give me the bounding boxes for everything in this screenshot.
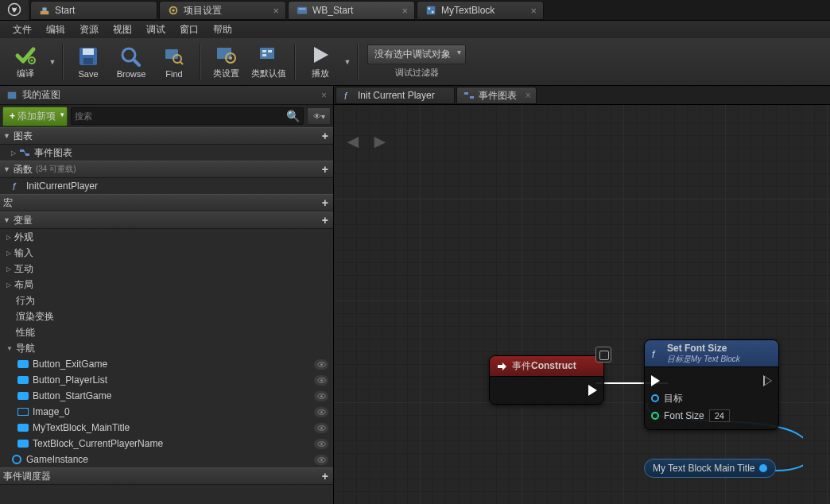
menu-file[interactable]: 文件	[6, 21, 38, 38]
graph-tab-init[interactable]: f Init Current Player	[335, 87, 455, 104]
class-defaults-button[interactable]: 类默认值	[248, 41, 289, 83]
tab-project-settings[interactable]: 项目设置 ×	[159, 1, 286, 20]
row-event-graph[interactable]: ▷ 事件图表	[0, 145, 333, 161]
svg-point-46	[320, 427, 323, 429]
node-var-mytextblock-maintitle[interactable]: My Text Block Main Title	[644, 459, 776, 478]
row-var-image0[interactable]: Image_0	[0, 404, 333, 420]
section-variables[interactable]: ▼变量+	[0, 211, 333, 229]
node-set-font-size[interactable]: f Set Font Size 目标是My Text Block 目标	[644, 339, 779, 430]
add-icon[interactable]: +	[322, 163, 328, 176]
close-icon[interactable]: ×	[401, 5, 408, 17]
svg-point-50	[13, 456, 21, 463]
close-icon[interactable]: ×	[530, 5, 537, 17]
menu-view[interactable]: 视图	[107, 21, 138, 38]
menu-help[interactable]: 帮助	[207, 21, 239, 38]
node-header: 事件Construct	[490, 356, 603, 377]
fontsize-value-input[interactable]: 24	[709, 409, 730, 422]
svg-rect-47	[17, 440, 29, 448]
exec-in-pin[interactable]	[651, 375, 660, 386]
search-input[interactable]	[75, 111, 286, 121]
row-cat-behavior[interactable]: 行为	[0, 293, 333, 308]
menu-asset[interactable]: 资源	[73, 21, 105, 38]
save-button[interactable]: Save	[68, 41, 109, 83]
tab-level-start[interactable]: Start	[30, 1, 157, 20]
svg-point-22	[229, 56, 232, 60]
add-icon[interactable]: +	[322, 470, 328, 483]
row-cat-appearance[interactable]: ▷外观	[0, 229, 333, 245]
svg-rect-44	[17, 424, 29, 432]
row-var-button-playerlist[interactable]: Button_PlayerList	[0, 372, 333, 388]
pin-label: 目标	[664, 392, 683, 405]
row-cat-render[interactable]: 渲染变换	[0, 308, 333, 324]
close-icon[interactable]: ×	[526, 90, 531, 101]
tab-mytextblock[interactable]: MyTextBlock ×	[417, 1, 544, 20]
target-pin[interactable]	[651, 394, 659, 402]
add-new-button[interactable]: 添加新项	[2, 107, 68, 126]
add-icon[interactable]: +	[322, 214, 328, 227]
class-settings-button[interactable]: 类设置	[205, 41, 246, 83]
panel-title: 我的蓝图	[22, 88, 60, 102]
exec-out-pin[interactable]	[763, 375, 772, 386]
separator	[200, 45, 200, 79]
debug-object-selector[interactable]: 没有选中调试对象	[367, 45, 466, 64]
menu-edit[interactable]: 编辑	[40, 21, 72, 38]
play-button[interactable]: 播放	[300, 41, 341, 83]
unreal-logo-icon[interactable]	[0, 0, 29, 20]
visibility-icon[interactable]	[314, 359, 328, 370]
find-button[interactable]: Find	[153, 41, 195, 83]
row-var-button-exit[interactable]: Button_ExitGame	[0, 356, 333, 372]
close-icon[interactable]: ×	[273, 5, 279, 17]
compile-dropdown[interactable]: ▼	[48, 41, 57, 83]
blueprint-icon	[6, 90, 17, 101]
section-graphs[interactable]: ▼图表+	[0, 127, 333, 145]
section-functions[interactable]: ▼函数(34 可重载)+	[0, 161, 333, 178]
row-cat-interact[interactable]: ▷互动	[0, 261, 333, 277]
fontsize-pin[interactable]	[651, 412, 659, 420]
node-event-construct[interactable]: 事件Construct	[489, 355, 604, 405]
play-dropdown[interactable]: ▼	[343, 41, 352, 83]
svg-text:f: f	[344, 91, 348, 101]
tab-wb-start[interactable]: WB_Start ×	[288, 1, 415, 20]
visibility-icon[interactable]	[314, 375, 328, 386]
gear-icon	[168, 5, 179, 16]
visibility-icon[interactable]	[314, 439, 328, 449]
find-icon	[162, 45, 186, 68]
graph-canvas[interactable]: ◄ ► 事件Construct	[334, 105, 830, 504]
add-icon[interactable]: +	[322, 130, 328, 142]
menu-window[interactable]: 窗口	[173, 21, 205, 38]
play-icon	[308, 44, 332, 66]
tab-label: 项目设置	[184, 4, 222, 17]
nav-forward-button[interactable]: ►	[369, 130, 391, 153]
svg-point-34	[320, 363, 323, 366]
row-cat-layout[interactable]: ▷布局	[0, 277, 333, 293]
view-options-button[interactable]: 👁▾	[307, 107, 331, 125]
row-cat-perf[interactable]: 性能	[0, 324, 333, 340]
row-var-gameinstance[interactable]: GameInstance	[0, 452, 333, 467]
row-cat-input[interactable]: ▷输入	[0, 245, 333, 261]
row-var-button-startgame[interactable]: Button_StartGame	[0, 388, 333, 404]
visibility-icon[interactable]	[314, 407, 328, 417]
var-out-pin[interactable]	[759, 464, 767, 472]
svg-rect-41	[17, 408, 29, 416]
function-icon: f	[343, 90, 354, 101]
row-cat-nav[interactable]: ▼导航	[0, 340, 333, 356]
section-macros[interactable]: 宏+	[0, 194, 333, 211]
row-var-mytextblock-maintitle[interactable]: MyTextBlock_MainTitle	[0, 420, 333, 436]
delegate-pin[interactable]	[595, 347, 611, 362]
section-dispatchers[interactable]: 事件调度器+	[0, 467, 333, 485]
visibility-icon[interactable]	[314, 391, 328, 401]
close-icon[interactable]: ×	[321, 90, 327, 101]
menu-debug[interactable]: 调试	[140, 21, 172, 38]
exec-out-pin[interactable]	[588, 385, 597, 396]
graph-tab-eventgraph[interactable]: 事件图表 ×	[456, 87, 537, 104]
row-fn-initcurrentplayer[interactable]: f InitCurrentPlayer	[0, 178, 333, 194]
svg-rect-54	[464, 92, 468, 95]
compile-button[interactable]: 编译	[5, 41, 46, 83]
browse-button[interactable]: Browse	[111, 41, 152, 83]
visibility-icon[interactable]	[314, 455, 328, 465]
panel-tab-myblueprint[interactable]: 我的蓝图 ×	[0, 86, 333, 105]
nav-back-button[interactable]: ◄	[342, 130, 364, 153]
row-var-textblock-currentplayer[interactable]: TextBlock_CurrentPlayerName	[0, 436, 333, 452]
add-icon[interactable]: +	[322, 196, 328, 209]
visibility-icon[interactable]	[314, 423, 328, 433]
